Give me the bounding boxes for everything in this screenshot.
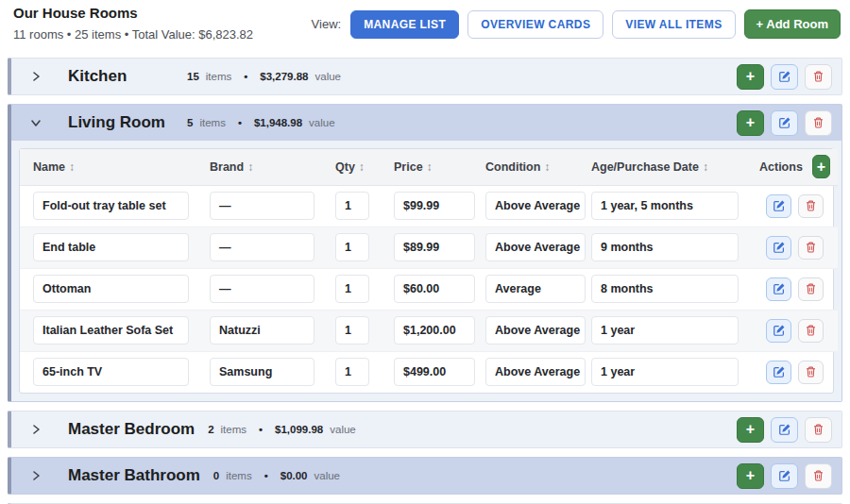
- delete-room-button[interactable]: [805, 110, 832, 136]
- column-label: Condition: [485, 160, 540, 174]
- add-item-button[interactable]: +: [812, 155, 830, 178]
- edit-room-button[interactable]: [771, 463, 798, 489]
- overview-cards-button[interactable]: OVERVIEW CARDS: [468, 10, 604, 39]
- item-qty-field[interactable]: 1: [335, 192, 369, 220]
- item-price-field[interactable]: $89.99: [394, 233, 475, 261]
- sort-icon[interactable]: ↕: [247, 160, 253, 174]
- item-name-field[interactable]: Fold-out tray table set: [33, 192, 189, 220]
- item-name-field[interactable]: Ottoman: [33, 275, 189, 303]
- edit-item-button[interactable]: [766, 236, 791, 260]
- pencil-square-icon: [778, 423, 791, 436]
- item-qty-field[interactable]: 1: [335, 275, 369, 303]
- room-card-kitchen: Kitchen 15 items • $3,279.88 value +: [8, 58, 842, 95]
- delete-room-button[interactable]: [805, 463, 832, 489]
- sort-icon[interactable]: ↕: [544, 160, 550, 174]
- column-header-brand[interactable]: Brand↕: [196, 149, 322, 185]
- edit-room-button[interactable]: [771, 110, 798, 136]
- page-subtitle: 11 rooms • 25 items • Total Value: $6,82…: [13, 27, 253, 42]
- view-label: View:: [312, 17, 342, 31]
- header-text-block: Our House Rooms 11 rooms • 25 items • To…: [13, 5, 253, 42]
- edit-item-button[interactable]: [766, 361, 791, 384]
- delete-item-button[interactable]: [798, 277, 824, 301]
- item-brand-field[interactable]: Natuzzi: [210, 316, 314, 344]
- item-age-field[interactable]: 1 year: [591, 358, 739, 386]
- add-item-button[interactable]: +: [737, 64, 764, 90]
- room-value-label: value: [309, 117, 335, 128]
- item-price-field[interactable]: $99.99: [394, 192, 475, 220]
- item-age-field[interactable]: 8 months: [591, 275, 739, 303]
- add-item-button[interactable]: +: [737, 110, 764, 136]
- column-header-name[interactable]: Name↕: [20, 149, 196, 185]
- item-age-field[interactable]: 9 months: [591, 233, 739, 261]
- delete-room-button[interactable]: [805, 417, 832, 443]
- room-card-living-room: Living Room 5 items • $1,948.98 value +: [8, 104, 842, 402]
- sort-icon[interactable]: ↕: [359, 160, 365, 174]
- item-brand-field[interactable]: Samsung: [210, 358, 314, 386]
- table-row: Fold-out tray table set — 1 $99.99 Above…: [20, 185, 838, 227]
- delete-item-button[interactable]: [798, 361, 824, 384]
- item-price-field[interactable]: $60.00: [394, 275, 475, 303]
- room-name[interactable]: Master Bathroom: [68, 466, 200, 485]
- trash-icon: [805, 365, 817, 378]
- item-name-field[interactable]: Italian Leather Sofa Set: [33, 316, 189, 344]
- manage-list-button[interactable]: MANAGE LIST: [350, 10, 459, 39]
- item-condition-field[interactable]: Average: [485, 275, 586, 303]
- chevron-right-icon[interactable]: [28, 69, 43, 84]
- item-condition-field[interactable]: Above Average: [485, 316, 586, 344]
- room-item-count: 5: [187, 117, 193, 128]
- item-name-field[interactable]: End table: [33, 233, 189, 261]
- item-brand-field[interactable]: —: [210, 233, 314, 261]
- sort-icon[interactable]: ↕: [703, 160, 708, 174]
- chevron-right-icon[interactable]: [28, 468, 43, 483]
- room-header[interactable]: Kitchen 15 items • $3,279.88 value +: [11, 59, 842, 94]
- item-age-field[interactable]: 1 year, 5 months: [591, 192, 739, 220]
- column-header-price[interactable]: Price↕: [381, 149, 472, 185]
- column-header-age[interactable]: Age/Purchase Date↕: [578, 149, 746, 185]
- room-header[interactable]: Master Bathroom 0 items • $0.00 value +: [11, 458, 842, 494]
- room-header[interactable]: Master Bedroom 2 items • $1,099.98 value…: [11, 412, 842, 447]
- room-value: $3,279.88: [260, 71, 308, 82]
- edit-room-button[interactable]: [771, 417, 798, 443]
- room-name[interactable]: Master Bedroom: [68, 420, 195, 439]
- sort-icon[interactable]: ↕: [69, 160, 75, 174]
- chevron-down-icon[interactable]: [28, 115, 43, 130]
- edit-item-button[interactable]: [766, 319, 791, 343]
- pencil-square-icon: [778, 116, 791, 129]
- room-meta: 5 items • $1,948.98 value: [187, 117, 335, 128]
- column-header-qty[interactable]: Qty↕: [322, 149, 381, 185]
- item-condition-field[interactable]: Above Average: [485, 233, 586, 261]
- delete-room-button[interactable]: [805, 64, 832, 90]
- delete-item-button[interactable]: [798, 194, 824, 218]
- view-all-items-button[interactable]: VIEW ALL ITEMS: [612, 10, 735, 39]
- column-label: Actions: [759, 160, 803, 174]
- add-item-button[interactable]: +: [737, 417, 764, 443]
- room-header[interactable]: Living Room 5 items • $1,948.98 value +: [11, 105, 842, 141]
- room-items-label: items: [226, 470, 251, 481]
- item-qty-field[interactable]: 1: [335, 316, 369, 344]
- item-price-field[interactable]: $1,200.00: [394, 316, 475, 344]
- room-name[interactable]: Living Room: [68, 113, 174, 132]
- room-item-count: 15: [187, 71, 199, 82]
- add-room-button[interactable]: + Add Room: [744, 9, 841, 39]
- chevron-right-icon[interactable]: [28, 422, 43, 437]
- room-name[interactable]: Kitchen: [68, 67, 174, 86]
- item-price-field[interactable]: $499.00: [394, 358, 475, 386]
- item-qty-field[interactable]: 1: [335, 233, 369, 261]
- add-item-button[interactable]: +: [737, 463, 764, 489]
- item-age-field[interactable]: 1 year: [591, 316, 739, 344]
- delete-item-button[interactable]: [798, 236, 824, 260]
- sort-icon[interactable]: ↕: [427, 160, 433, 174]
- column-header-condition[interactable]: Condition↕: [472, 149, 578, 185]
- column-label: Price: [394, 160, 423, 174]
- edit-item-button[interactable]: [766, 194, 791, 218]
- item-brand-field[interactable]: —: [210, 275, 314, 303]
- item-condition-field[interactable]: Above Average: [485, 192, 586, 220]
- delete-item-button[interactable]: [798, 319, 824, 343]
- room-meta: 15 items • $3,279.88 value: [187, 71, 341, 82]
- edit-item-button[interactable]: [766, 277, 791, 301]
- item-name-field[interactable]: 65-inch TV: [33, 358, 189, 386]
- edit-room-button[interactable]: [771, 64, 798, 90]
- item-brand-field[interactable]: —: [210, 192, 314, 220]
- item-qty-field[interactable]: 1: [335, 358, 369, 386]
- item-condition-field[interactable]: Above Average: [485, 358, 586, 386]
